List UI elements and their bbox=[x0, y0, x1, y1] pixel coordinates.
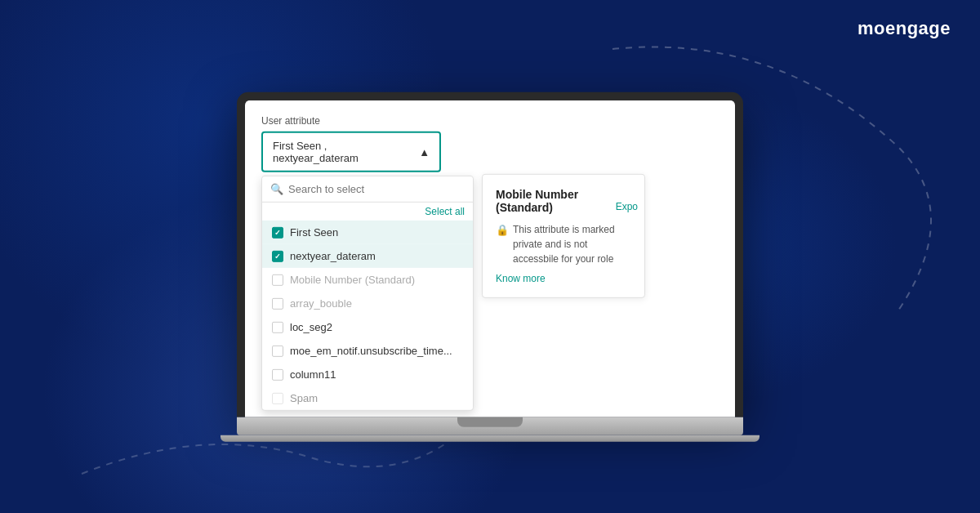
moengage-logo: moengage bbox=[858, 18, 951, 39]
list-item[interactable]: Mobile Number (Standard) bbox=[262, 268, 473, 292]
item-label: array_bouble bbox=[290, 297, 352, 310]
list-item[interactable]: column11 bbox=[262, 363, 473, 386]
laptop-screen-inner: User attribute First Seen , nextyear_dat… bbox=[245, 100, 735, 417]
export-link[interactable]: Expo bbox=[616, 201, 638, 212]
info-description: This attribute is marked private and is … bbox=[513, 222, 631, 266]
checkbox-moe-em-notif[interactable] bbox=[272, 345, 283, 356]
lock-icon: 🔒 bbox=[496, 222, 509, 239]
info-panel: Expo Mobile Number (Standard) 🔒 This att… bbox=[482, 174, 645, 298]
item-label: First Seen bbox=[290, 226, 338, 239]
search-icon: 🔍 bbox=[270, 183, 283, 195]
search-box: 🔍 bbox=[262, 176, 473, 203]
screen-content: User attribute First Seen , nextyear_dat… bbox=[245, 100, 735, 417]
laptop-mockup: User attribute First Seen , nextyear_dat… bbox=[237, 92, 743, 442]
list-item[interactable]: nextyear_dateram bbox=[262, 244, 473, 268]
list-item[interactable]: array_bouble bbox=[262, 292, 473, 315]
item-label: Spam bbox=[290, 392, 318, 404]
checkbox-mobile-number[interactable] bbox=[272, 274, 283, 285]
dropdown-value: First Seen , nextyear_dateram bbox=[273, 140, 412, 164]
user-attribute-label: User attribute bbox=[261, 115, 719, 127]
know-more-link[interactable]: Know more bbox=[496, 273, 631, 284]
checkbox-column11[interactable] bbox=[272, 368, 283, 380]
laptop-screen-outer: User attribute First Seen , nextyear_dat… bbox=[237, 92, 743, 417]
laptop-base bbox=[237, 417, 743, 435]
list-item[interactable]: Spam bbox=[262, 386, 473, 410]
item-label: Mobile Number (Standard) bbox=[290, 274, 415, 286]
checkbox-first-seen[interactable] bbox=[272, 226, 283, 238]
item-label: nextyear_dateram bbox=[290, 250, 376, 262]
panels-row: 🔍 Select all First Seen bbox=[261, 174, 719, 411]
select-all-link[interactable]: Select all bbox=[425, 206, 465, 217]
dropdown-arrow-icon: ▲ bbox=[419, 145, 430, 158]
list-item[interactable]: moe_em_notif.unsubscribe_time... bbox=[262, 339, 473, 363]
info-panel-title: Mobile Number (Standard) bbox=[496, 188, 631, 214]
info-panel-body: 🔒 This attribute is marked private and i… bbox=[496, 222, 631, 266]
list-item[interactable]: loc_seg2 bbox=[262, 315, 473, 339]
dropdown-panel: 🔍 Select all First Seen bbox=[261, 176, 474, 411]
checkbox-spam[interactable] bbox=[272, 392, 283, 404]
item-label: column11 bbox=[290, 368, 336, 381]
attribute-list: First Seen nextyear_dateram Mobile Numbe… bbox=[262, 221, 473, 410]
search-input[interactable] bbox=[288, 183, 465, 195]
item-label: moe_em_notif.unsubscribe_time... bbox=[290, 345, 452, 357]
checkbox-loc-seg2[interactable] bbox=[272, 321, 283, 332]
dropdown-trigger[interactable]: First Seen , nextyear_dateram ▲ bbox=[261, 132, 441, 172]
list-item[interactable]: First Seen bbox=[262, 221, 473, 244]
checkbox-array-bouble[interactable] bbox=[272, 297, 283, 309]
item-label: loc_seg2 bbox=[290, 321, 332, 333]
laptop-foot bbox=[220, 435, 760, 442]
checkbox-nextyear-dateram[interactable] bbox=[272, 250, 283, 261]
select-all-row: Select all bbox=[262, 203, 473, 221]
